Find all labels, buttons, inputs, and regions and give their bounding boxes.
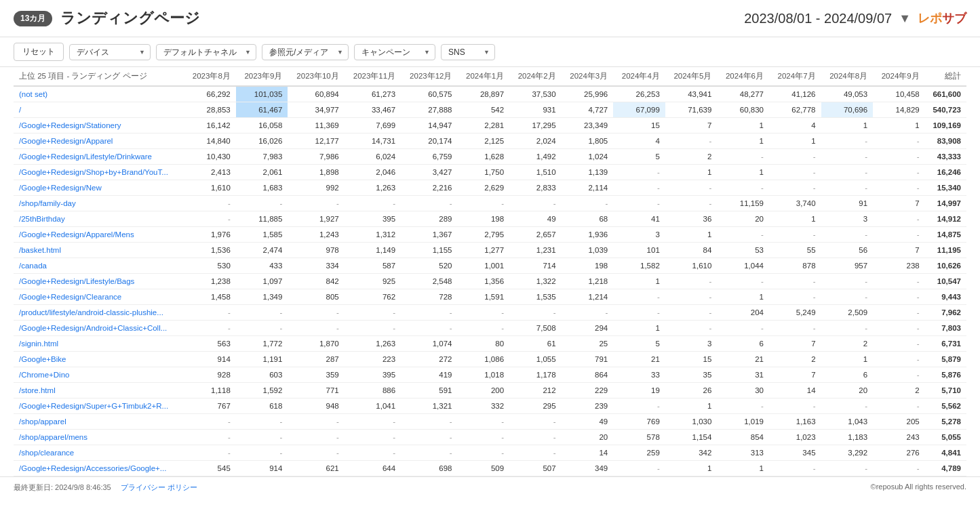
data-cell: - [821,461,874,476]
data-cell: 864 [562,367,614,383]
data-cell: 14,731 [345,134,401,149]
device-select[interactable]: デバイス [69,44,151,60]
data-cell: 1,750 [457,165,509,180]
data-cell: 70,696 [821,102,874,118]
data-cell: 1,074 [401,336,457,352]
data-cell: 101 [613,243,665,258]
data-cell: 2,046 [345,165,401,180]
data-cell: 25,996 [562,86,614,102]
data-cell: - [457,430,509,445]
page-cell[interactable]: /shop/apparel/mens [14,430,184,445]
table-row: /Google+Redesign/Apparel14,84016,02612,1… [14,134,966,149]
source-select[interactable]: 参照元/メディア [262,44,349,60]
page-cell[interactable]: /Chrome+Dino [14,367,184,383]
data-cell: 1,898 [288,165,344,180]
data-cell: - [873,352,925,367]
data-cell: - [236,321,288,336]
data-cell: - [184,305,236,321]
data-cell: 1,585 [236,227,288,243]
data-cell: 914 [184,352,236,367]
data-cell: - [873,398,925,414]
data-cell: 11,195 [925,243,966,258]
data-cell: 698 [401,461,457,476]
page-cell[interactable]: /Google+Bike [14,352,184,367]
data-cell: 433 [236,258,288,274]
page-cell[interactable]: /Google+Redesign/New [14,180,184,196]
data-cell: 992 [288,180,344,196]
data-cell: 37,530 [509,86,562,102]
page-cell[interactable]: (not set) [14,86,184,102]
data-cell: - [184,445,236,461]
data-cell: 1 [717,461,769,476]
data-cell: 20 [562,430,614,445]
page-cell[interactable]: /Google+Redesign/Clearance [14,289,184,305]
data-cell: 16,026 [236,134,288,149]
page-cell[interactable]: /Google+Redesign/Apparel [14,134,184,149]
page-cell[interactable]: /Google+Redesign/Apparel/Mens [14,227,184,243]
page-cell[interactable]: /basket.html [14,243,184,258]
data-cell: 223 [345,352,401,367]
data-cell: 1,039 [562,243,614,258]
data-cell: 334 [288,258,344,274]
page-cell[interactable]: /Google+Redesign/Lifestyle/Bags [14,274,184,289]
data-cell: 7,508 [509,321,562,336]
page-cell[interactable]: /Google+Redesign/Stationery [14,118,184,134]
data-cell: 507 [509,461,562,476]
data-cell: 587 [345,258,401,274]
data-cell: 5 [613,336,665,352]
data-cell: 5,055 [925,430,966,445]
data-cell: 1,367 [401,227,457,243]
data-cell: 16,058 [236,118,288,134]
data-cell: 1,349 [236,289,288,305]
channel-select[interactable]: デフォルトチャネル [156,44,256,60]
data-cell: 12,177 [288,134,344,149]
data-cell: 1 [613,274,665,289]
data-cell: 17,295 [509,118,562,134]
campaign-select[interactable]: キャンペーン [354,44,435,60]
data-cell: 925 [345,274,401,289]
page-header: 13カ月 ランディングページ 2023/08/01 - 2024/09/07 ▼… [0,0,980,37]
page-cell[interactable]: /shop/clearance [14,445,184,461]
data-cell: 1 [769,134,821,149]
data-cell: 1 [717,165,769,180]
page-cell[interactable]: /signin.html [14,336,184,352]
date-dropdown-icon[interactable]: ▼ [899,12,911,26]
data-cell: 644 [345,461,401,476]
page-cell[interactable]: /25thBirthday [14,211,184,227]
page-cell[interactable]: /Google+Redesign/Super+G+Timbuk2+R... [14,398,184,414]
page-cell[interactable]: /Google+Redesign/Android+Classic+Coll... [14,321,184,336]
page-cell[interactable]: /shop/apparel [14,414,184,430]
data-cell: 109,169 [925,118,966,134]
data-cell: - [769,398,821,414]
data-cell: 1,592 [236,383,288,398]
data-cell: 1 [665,165,718,180]
page-cell[interactable]: /store.html [14,383,184,398]
data-cell: 714 [509,258,562,274]
data-cell: - [821,227,874,243]
data-cell: 540,723 [925,102,966,118]
page-cell[interactable]: /shop/family-day [14,196,184,211]
data-cell: 7,699 [345,118,401,134]
reset-button[interactable]: リセット [14,43,64,61]
privacy-policy-link[interactable]: プライバシー ポリシー [121,483,197,491]
data-cell: - [401,430,457,445]
page-cell[interactable]: /Google+Redesign/Shop+by+Brand/YouT... [14,165,184,180]
data-cell: 1,591 [457,289,509,305]
data-cell: 1,610 [184,180,236,196]
data-cell: - [457,445,509,461]
data-cell: - [821,134,874,149]
data-cell: - [665,274,718,289]
data-cell: 15 [613,118,665,134]
data-cell: 1,870 [288,336,344,352]
data-cell: 6 [717,336,769,352]
sns-select[interactable]: SNS [441,44,495,60]
data-cell: - [509,445,562,461]
page-cell[interactable]: /Google+Redesign/Accessories/Google+... [14,461,184,476]
page-cell[interactable]: /Google+Redesign/Lifestyle/Drinkware [14,149,184,165]
page-cell[interactable]: /canada [14,258,184,274]
data-cell: - [184,211,236,227]
page-cell[interactable]: /product/lifestyle/android-classic-plush… [14,305,184,321]
page-cell[interactable]: / [14,102,184,118]
data-cell: - [821,165,874,180]
data-cell: 7 [769,367,821,383]
